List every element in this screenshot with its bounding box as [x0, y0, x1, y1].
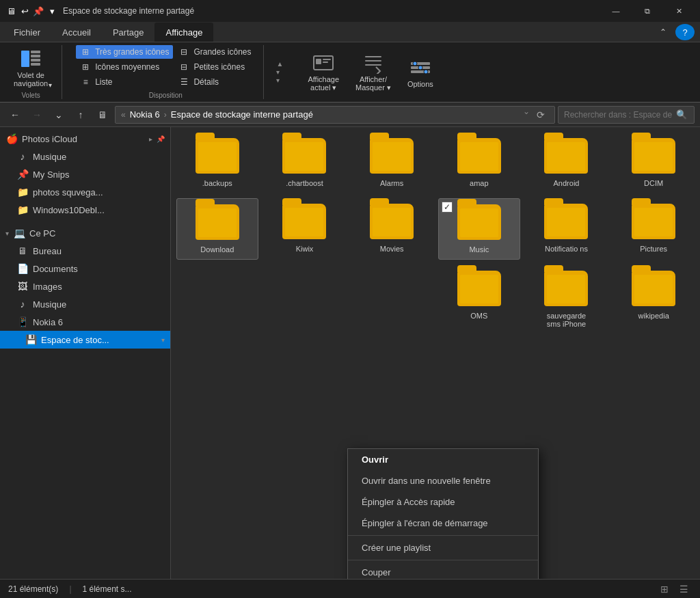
back-button[interactable]: ← [5, 105, 25, 124]
view-list-button[interactable]: ☰ [675, 582, 692, 596]
folder-icon-notifications [544, 204, 588, 242]
breadcrumb-nokia[interactable]: Nokia 6 [130, 109, 160, 120]
options-label: Options [407, 80, 433, 88]
file-item-movies[interactable]: Movies [351, 198, 433, 260]
tab-partage[interactable]: Partage [102, 23, 155, 42]
restore-button[interactable]: ⧉ [632, 0, 663, 22]
refresh-button[interactable]: ⟳ [533, 107, 549, 123]
forward-button[interactable]: → [27, 105, 46, 124]
file-item-android[interactable]: Android [526, 133, 608, 193]
down-button[interactable]: ⌄ [49, 105, 68, 124]
liste-button[interactable]: ≡ Liste [76, 75, 173, 89]
ribbon: Volet de navigation Volets ⊞ Très grande… [0, 42, 700, 103]
search-icon: 🔍 [676, 109, 687, 120]
up-button[interactable]: ↑ [71, 105, 90, 124]
sidebar-item-musique2[interactable]: ♪ Musique [0, 295, 170, 313]
address-sep1: « [121, 110, 126, 120]
sidebar-item-espace-stoc[interactable]: 💾 Espace de stoc... ▾ [0, 331, 170, 349]
file-item-amap[interactable]: amap [438, 133, 520, 193]
folder-icon-music [457, 204, 501, 243]
search-input[interactable] [564, 110, 673, 120]
context-menu-epingler-acces[interactable]: Épingler à Accès rapide [348, 491, 538, 513]
photos-expand: ▸ [149, 135, 152, 143]
afficher-masquer-label: Afficher/ Masquer ▾ [355, 75, 391, 92]
view-grid-button[interactable]: ⊞ [656, 582, 673, 596]
affichage-actuel-button[interactable]: Affichage actuel ▾ [302, 49, 345, 95]
close-button[interactable]: ✕ [663, 0, 695, 22]
petites-icones-button[interactable]: ⊟ Petites icônes [174, 60, 255, 74]
address-bar[interactable]: « Nokia 6 › Espace de stockage interne p… [115, 106, 555, 124]
sidebar-item-cepc[interactable]: ▾ 💻 Ce PC [0, 224, 170, 242]
sidebar-item-windows10[interactable]: 📁 Windows10Debl... [0, 201, 170, 219]
sidebar-item-nokia6[interactable]: 📱 Nokia 6 [0, 313, 170, 331]
context-menu-creer-playlist[interactable]: Créer une playlist [348, 537, 538, 558]
afficher-masquer-button[interactable]: Afficher/ Masquer ▾ [350, 49, 396, 95]
file-item-chartboost[interactable]: .chartboost [264, 133, 346, 193]
disposition-expand[interactable]: ▲ ▾ ▾ [276, 45, 283, 99]
tab-accueil[interactable]: Accueil [51, 23, 102, 42]
context-menu-ouvrir[interactable]: Ouvrir [348, 449, 538, 470]
app-icon: 🖥 [5, 5, 16, 16]
mysnips-label: My Snips [33, 169, 165, 180]
file-item-pictures[interactable]: Pictures [612, 198, 695, 260]
file-item-wikipedia[interactable]: wikipedia [612, 265, 695, 334]
file-item-backups[interactable]: .backups [176, 133, 258, 193]
tab-affichage[interactable]: Affichage [154, 23, 213, 42]
photos-icloud-icon: 🍎 [5, 133, 18, 145]
file-name-notifications: Notificatio ns [545, 245, 588, 253]
status-view-buttons: ⊞ ☰ [656, 582, 692, 596]
icones-moyennes-button[interactable]: ⊞ Icônes moyennes [76, 60, 173, 74]
address-dropdown[interactable]: ⌄ [523, 107, 530, 123]
context-menu-epingler-ecran[interactable]: Épingler à l'écran de démarrage [348, 513, 538, 534]
search-bar[interactable]: 🔍 [558, 106, 695, 124]
minimize-button[interactable]: — [600, 0, 632, 22]
grandes-icones-button[interactable]: ⊟ Grandes icônes [174, 45, 255, 59]
file-item-oms[interactable]: OMS [438, 265, 520, 334]
main-area: 🍎 Photos iCloud ▸ 📌 ♪ Musique 📌 My Snips… [0, 127, 700, 579]
file-item-music[interactable]: ✓ Music [438, 198, 520, 260]
sidebar-item-images[interactable]: 🖼 Images [0, 277, 170, 295]
file-item-dcim[interactable]: DCIM [612, 133, 695, 193]
file-grid: .backups .chartboost Alarms amap [176, 133, 695, 334]
file-name-pictures: Pictures [640, 245, 667, 253]
volet-navigation-label: Volet de navigation [14, 71, 48, 87]
sidebar-item-photos-icloud[interactable]: 🍎 Photos iCloud ▸ 📌 [0, 130, 170, 148]
sidebar-item-mysnips[interactable]: 📌 My Snips [0, 165, 170, 183]
sidebar-item-bureau[interactable]: 🖥 Bureau [0, 242, 170, 260]
context-sep-1 [348, 535, 538, 536]
qat-down[interactable]: ▾ [46, 5, 57, 16]
folder-icon-chartboost [282, 138, 326, 176]
musique1-icon: ♪ [16, 150, 29, 163]
tab-fichier[interactable]: Fichier [3, 23, 51, 42]
volet-nav-icon [20, 48, 42, 70]
music-checkbox[interactable]: ✓ [442, 202, 453, 213]
volet-navigation-button[interactable]: Volet de navigation [8, 45, 53, 90]
file-item-sauvegarde[interactable]: sauvegarde sms iPhone [526, 265, 608, 334]
sidebar-item-photos-squvega[interactable]: 📁 photos squvega... [0, 183, 170, 201]
ribbon-group-volets: Volet de navigation Volets [5, 45, 62, 99]
svg-rect-8 [323, 62, 328, 63]
options-button[interactable]: Options [402, 54, 439, 91]
breadcrumb-espace[interactable]: Espace de stockage interne partagé [171, 109, 313, 120]
file-item-alarms[interactable]: Alarms [351, 133, 433, 193]
file-item-notifications[interactable]: Notificatio ns [526, 198, 608, 260]
file-item-kiwix[interactable]: Kiwix [264, 198, 346, 260]
options-icon [409, 57, 431, 79]
status-bar: 21 élément(s) | 1 élément s... ⊞ ☰ [0, 579, 700, 598]
ribbon-help-button[interactable]: ? [675, 24, 695, 40]
sidebar-item-documents[interactable]: 📄 Documents [0, 260, 170, 277]
qat-pin[interactable]: 📌 [33, 5, 44, 16]
folder-icon-amap [457, 138, 501, 176]
photos-icloud-label: Photos iCloud [22, 134, 145, 144]
sidebar-item-musique1[interactable]: ♪ Musique [0, 148, 170, 165]
documents-icon: 📄 [16, 262, 29, 275]
details-button[interactable]: ☰ Détails [174, 75, 255, 89]
file-name-amap: amap [470, 179, 489, 187]
context-menu-ouvrir-fenetre[interactable]: Ouvrir dans une nouvelle fenêtre [348, 470, 538, 491]
tres-grandes-icones-button[interactable]: ⊞ Très grandes icônes [76, 45, 173, 59]
cepc-label: Ce PC [29, 228, 165, 239]
ribbon-collapse-button[interactable]: ⌃ [654, 24, 673, 40]
context-menu-couper[interactable]: Couper [348, 562, 538, 579]
file-item-download[interactable]: Download [176, 198, 258, 260]
qat-undo[interactable]: ↩ [19, 5, 30, 16]
